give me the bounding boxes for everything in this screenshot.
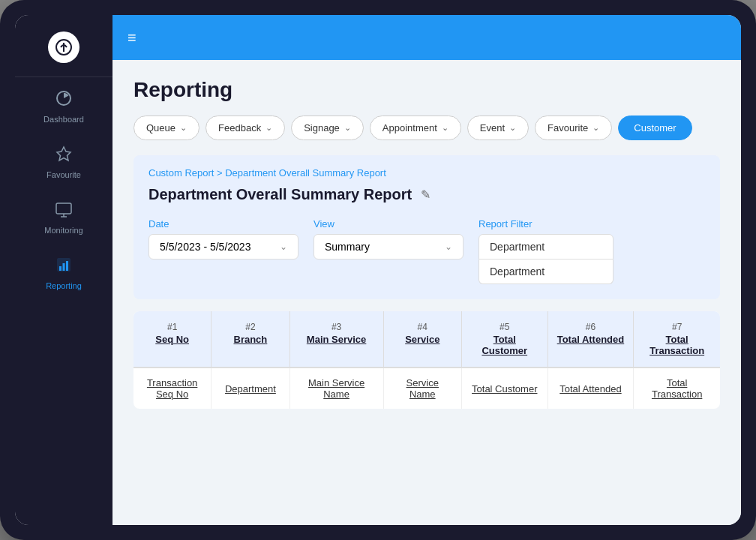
col-header-2: #2 Branch xyxy=(212,311,290,367)
col-num-2: #2 xyxy=(245,322,255,332)
date-label: Date xyxy=(148,218,298,230)
col-num-7: #7 xyxy=(672,322,682,332)
tab-event-label: Event xyxy=(480,122,505,134)
date-value: 5/5/2023 - 5/5/2023 xyxy=(160,241,250,253)
col-name-1[interactable]: Seq No xyxy=(155,334,189,345)
dashboard-label: Dashboard xyxy=(44,115,84,124)
breadcrumb: Custom Report > Department Overall Summa… xyxy=(148,167,705,178)
favourite-icon xyxy=(55,145,73,166)
report-title: Department Overall Summary Report xyxy=(148,186,412,203)
cell-total-attended: Total Attended xyxy=(548,368,634,409)
report-filter-label: Report Filter xyxy=(478,218,614,230)
col-num-1: #1 xyxy=(167,322,177,332)
svg-rect-8 xyxy=(59,266,62,271)
monitoring-label: Monitoring xyxy=(44,226,82,235)
chevron-down-icon: ⌄ xyxy=(344,123,351,133)
svg-rect-9 xyxy=(63,263,65,271)
content-area: Reporting Queue ⌄ Feedback ⌄ Signage ⌄ xyxy=(112,60,741,525)
col-num-6: #6 xyxy=(586,322,596,332)
chevron-down-icon: ⌄ xyxy=(592,123,599,133)
tab-favourite[interactable]: Favourite ⌄ xyxy=(535,116,612,140)
view-label: View xyxy=(314,218,464,230)
col-header-7: #7 Total Transaction xyxy=(634,311,720,367)
device-frame: Dashboard Favourite Mo xyxy=(0,0,756,540)
cell-total-customer: Total Customer xyxy=(462,368,548,409)
chevron-down-icon: ⌄ xyxy=(445,242,452,252)
tab-event[interactable]: Event ⌄ xyxy=(467,116,529,140)
main-content: ≡ Reporting Queue ⌄ Feedback ⌄ Sign xyxy=(112,15,741,525)
tab-customer[interactable]: Customer xyxy=(618,116,692,140)
tab-appointment[interactable]: Appointment ⌄ xyxy=(370,116,461,140)
table-row: Transaction Seq No Department Main Servi… xyxy=(134,368,720,409)
date-filter-group: Date 5/5/2023 - 5/5/2023 ⌄ xyxy=(148,218,298,260)
col-name-7[interactable]: Total Transaction xyxy=(643,334,711,356)
cell-department: Department xyxy=(212,368,290,409)
col-name-4[interactable]: Service xyxy=(405,334,440,345)
topbar: ≡ xyxy=(112,15,741,60)
col-name-2[interactable]: Branch xyxy=(234,334,268,345)
table-header-row: #1 Seq No #2 Branch #3 Main Service #4 xyxy=(134,311,720,368)
device-inner: Dashboard Favourite Mo xyxy=(15,15,741,525)
favourite-label: Favourite xyxy=(46,170,81,179)
view-value: Summary xyxy=(325,241,370,253)
col-num-4: #4 xyxy=(418,322,428,332)
sidebar-item-reporting[interactable]: Reporting xyxy=(15,244,112,299)
tab-feedback[interactable]: Feedback ⌄ xyxy=(206,116,285,140)
tab-signage-label: Signage xyxy=(304,122,340,134)
view-select[interactable]: Summary ⌄ xyxy=(314,234,464,260)
col-num-5: #5 xyxy=(500,322,509,332)
sidebar-logo xyxy=(15,15,112,77)
cell-seq-no: Transaction Seq No xyxy=(134,368,212,409)
report-panel: Custom Report > Department Overall Summa… xyxy=(134,155,720,299)
tab-queue-label: Queue xyxy=(146,122,176,134)
filter-option-1[interactable]: Department xyxy=(478,234,614,260)
chevron-down-icon: ⌄ xyxy=(509,123,516,133)
view-filter-group: View Summary ⌄ xyxy=(314,218,464,260)
cell-service-name: Service Name xyxy=(384,368,462,409)
svg-marker-3 xyxy=(57,147,70,160)
filter-row: Date 5/5/2023 - 5/5/2023 ⌄ View Summary … xyxy=(148,218,705,284)
sidebar-item-dashboard[interactable]: Dashboard xyxy=(15,77,112,133)
tab-customer-label: Customer xyxy=(634,122,676,134)
col-header-6: #6 Total Attended xyxy=(548,311,634,367)
report-filter-group: Report Filter Department Department xyxy=(478,218,614,284)
chevron-down-icon: ⌄ xyxy=(180,123,187,133)
filter-option-2[interactable]: Department xyxy=(478,260,614,284)
chevron-down-icon: ⌄ xyxy=(266,123,272,133)
cell-total-transaction: Total Transaction xyxy=(634,368,720,409)
tab-signage[interactable]: Signage ⌄ xyxy=(291,116,364,140)
edit-icon[interactable]: ✎ xyxy=(421,188,430,202)
hamburger-icon[interactable]: ≡ xyxy=(128,29,136,46)
monitoring-icon xyxy=(55,200,73,221)
sidebar: Dashboard Favourite Mo xyxy=(15,15,112,525)
col-header-1: #1 Seq No xyxy=(134,311,212,367)
logo-icon xyxy=(48,32,80,63)
reporting-icon xyxy=(55,256,73,277)
col-name-5[interactable]: Total Customer xyxy=(471,334,538,356)
svg-rect-4 xyxy=(56,203,71,214)
sidebar-item-monitoring[interactable]: Monitoring xyxy=(15,188,112,244)
filter-tabs: Queue ⌄ Feedback ⌄ Signage ⌄ Appointment… xyxy=(134,116,720,140)
tab-appointment-label: Appointment xyxy=(382,122,437,134)
page-title: Reporting xyxy=(134,78,720,102)
reporting-label: Reporting xyxy=(46,281,82,290)
table-container: #1 Seq No #2 Branch #3 Main Service #4 xyxy=(134,311,720,409)
col-header-5: #5 Total Customer xyxy=(462,311,548,367)
col-name-3[interactable]: Main Service xyxy=(307,334,367,345)
col-header-3: #3 Main Service xyxy=(290,311,384,367)
col-name-6[interactable]: Total Attended xyxy=(557,334,625,345)
col-num-3: #3 xyxy=(332,322,341,332)
report-title-row: Department Overall Summary Report ✎ xyxy=(148,186,705,203)
date-select[interactable]: 5/5/2023 - 5/5/2023 ⌄ xyxy=(148,234,298,260)
sidebar-item-favourite[interactable]: Favourite xyxy=(15,133,112,188)
svg-rect-10 xyxy=(66,261,68,271)
cell-main-service-name: Main Service Name xyxy=(290,368,384,409)
chevron-down-icon: ⌄ xyxy=(442,123,448,133)
chevron-down-icon: ⌄ xyxy=(280,242,287,252)
tab-favourite-label: Favourite xyxy=(548,122,588,134)
dashboard-icon xyxy=(55,89,73,110)
tab-feedback-label: Feedback xyxy=(218,122,261,134)
col-header-4: #4 Service xyxy=(384,311,462,367)
tab-queue[interactable]: Queue ⌄ xyxy=(134,116,200,140)
